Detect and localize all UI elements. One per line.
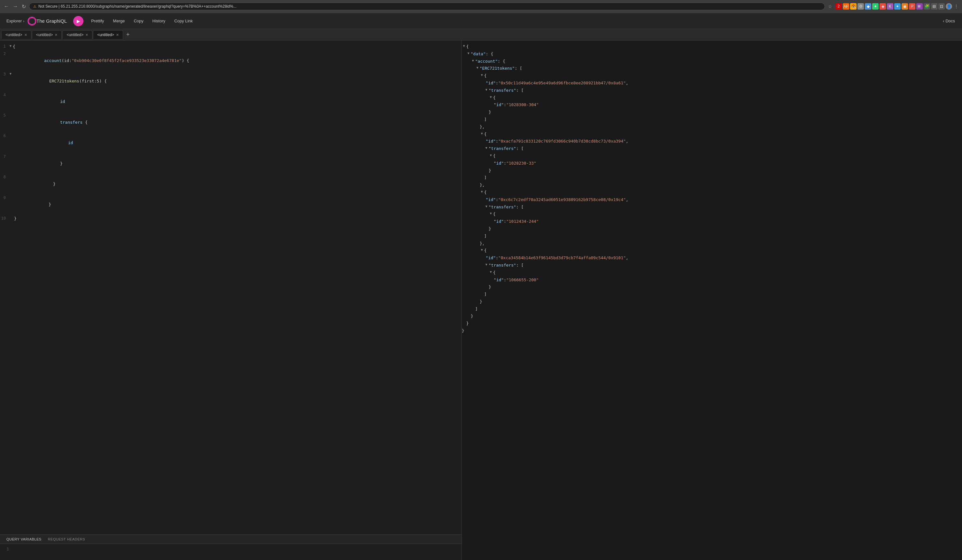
extension-icon-10[interactable]: ◉ — [902, 3, 908, 10]
extension-icon-3[interactable]: 🐯 — [850, 3, 857, 10]
forward-button[interactable]: → — [11, 3, 19, 10]
back-button[interactable]: ← — [3, 3, 10, 10]
merge-button[interactable]: Merge — [109, 16, 129, 26]
json-brace-5: { — [484, 73, 487, 79]
collapse-triangle-3[interactable]: ▼ — [10, 71, 11, 76]
main-content: 1 ▼ { 2 account(id:"0xb904c30e0f8f45f2fa… — [0, 40, 962, 560]
json-line-29: ▼ { — [462, 247, 962, 255]
code-line-4: 4 id — [0, 92, 462, 112]
svg-point-0 — [28, 17, 36, 25]
extension-icon-13[interactable]: 🧩 — [924, 3, 930, 10]
app-title: The GraphiQL — [36, 18, 67, 24]
json-line-31: ▼ "transfers" : [ — [462, 262, 962, 269]
code-line-6: 6 id — [0, 132, 462, 153]
request-headers-tab[interactable]: REQUEST HEADERS — [45, 535, 89, 544]
add-tab-button[interactable]: + — [124, 30, 132, 39]
json-brace-36: } — [480, 299, 482, 305]
json-val-tid3: "1012434-244" — [506, 218, 539, 225]
json-val-id2: "0xacfa791c833120c769fd3066c940b7d30cd8b… — [498, 138, 626, 145]
collapse-16[interactable]: ▼ — [489, 153, 493, 158]
extension-icon-menu[interactable]: ⊟ — [931, 3, 938, 10]
tab-4-close[interactable]: ✕ — [116, 33, 119, 37]
tab-1-close[interactable]: ✕ — [24, 33, 27, 37]
bookmark-button[interactable]: ☆ — [827, 3, 833, 10]
json-key-tid2: "id" — [494, 160, 504, 167]
tab-1[interactable]: <untitled> ✕ — [1, 31, 31, 39]
json-brace-16: { — [493, 153, 496, 160]
collapse-8[interactable]: ▼ — [489, 95, 493, 100]
collapse-31[interactable]: ▼ — [484, 262, 489, 267]
tab-3-label: <untitled> — [66, 32, 84, 37]
svg-point-6 — [28, 22, 29, 23]
tab-3-close[interactable]: ✕ — [86, 33, 88, 37]
collapse-15[interactable]: ▼ — [484, 145, 489, 150]
history-button[interactable]: History — [148, 16, 170, 26]
line-content-4: id — [14, 92, 65, 112]
tabs-bar: <untitled> ✕ <untitled> ✕ <untitled> ✕ <… — [0, 29, 962, 40]
chrome-menu-icon[interactable]: ⋮ — [953, 3, 959, 10]
results-panel[interactable]: ▼ { ▼ "data" : { ▼ "account" : { ▼ "ER — [462, 40, 962, 560]
extension-icon-8[interactable]: K — [887, 3, 893, 10]
collapse-triangle-1[interactable]: ▼ — [10, 44, 11, 48]
collapse-13[interactable]: ▼ — [480, 131, 484, 136]
json-brace-12: }, — [480, 124, 485, 131]
extension-icon-9[interactable]: ✦ — [894, 3, 901, 10]
profile-avatar[interactable]: 👤 — [946, 3, 952, 10]
json-line-23: ▼ "transfers" : [ — [462, 203, 962, 211]
run-button[interactable]: ▶ — [73, 16, 84, 26]
collapse-2[interactable]: ▼ — [466, 51, 471, 56]
json-brace-32: { — [493, 270, 496, 276]
copy-button[interactable]: Copy — [129, 16, 148, 26]
query-variables-tab[interactable]: QUERY VARIABLES — [3, 535, 45, 544]
extension-icon-1[interactable]: 2 — [835, 3, 842, 10]
collapse-24[interactable]: ▼ — [489, 211, 493, 216]
collapse-7[interactable]: ▼ — [484, 87, 489, 92]
prettify-button[interactable]: Prettify — [87, 16, 108, 26]
json-line-9: "id" : "1028300-304" — [462, 101, 962, 109]
extension-icon-6[interactable]: ✦ — [872, 3, 878, 10]
extension-icon-11[interactable]: P — [909, 3, 915, 10]
reload-button[interactable]: ↻ — [21, 3, 27, 10]
collapse-5[interactable]: ▼ — [480, 73, 484, 77]
json-colon-6: : — [496, 80, 498, 87]
editor-area[interactable]: 1 ▼ { 2 account(id:"0xb904c30e0f8f45f2fa… — [0, 40, 462, 534]
extension-icon-2[interactable]: AP — [843, 3, 849, 10]
json-line-12: }, — [462, 123, 962, 131]
security-icon: ⚠ — [33, 5, 36, 9]
line-num-1: 1 — [0, 44, 10, 50]
json-line-25: "id" : "1012434-244" — [462, 218, 962, 225]
address-bar[interactable]: ⚠ Not Secure | 65.21.255.216:8000/subgra… — [29, 3, 825, 10]
tab-3[interactable]: <untitled> ✕ — [62, 31, 92, 39]
json-line-1: ▼ { — [462, 43, 962, 50]
json-line-15: ▼ "transfers" : [ — [462, 145, 962, 152]
collapse-1[interactable]: ▼ — [462, 44, 466, 48]
json-line-33: "id" : "1066655-200" — [462, 276, 962, 284]
extension-icon-5[interactable]: ◆ — [865, 3, 871, 10]
extension-icon-4[interactable]: ⚙ — [857, 3, 864, 10]
nav-buttons: ← → ↻ — [3, 3, 27, 10]
collapse-29[interactable]: ▼ — [480, 247, 484, 252]
code-line-8: 8 } — [0, 174, 462, 194]
extension-icon-7[interactable]: ◈ — [880, 3, 886, 10]
explorer-button[interactable]: Explorer › — [3, 17, 27, 25]
json-colon-25: : — [504, 218, 506, 225]
extension-icon-12[interactable]: ⛨ — [916, 3, 923, 10]
bottom-content-area[interactable]: 1 — [0, 544, 462, 560]
collapse-4[interactable]: ▼ — [475, 65, 480, 70]
docs-button[interactable]: ‹ Docs — [939, 16, 959, 26]
json-val-tid4: "1066655-200" — [506, 277, 539, 284]
svg-point-5 — [31, 24, 32, 25]
tab-4-label: <untitled> — [97, 32, 114, 37]
extension-icon-14[interactable]: ⊡ — [938, 3, 945, 10]
line-num-9: 9 — [0, 195, 10, 201]
tab-4[interactable]: <untitled> ✕ — [93, 31, 123, 39]
collapse-32[interactable]: ▼ — [489, 270, 493, 274]
json-line-34: } — [462, 284, 962, 291]
collapse-21[interactable]: ▼ — [480, 189, 484, 194]
collapse-3[interactable]: ▼ — [471, 58, 475, 63]
json-key-transfers2: "transfers" — [489, 145, 516, 152]
tab-2[interactable]: <untitled> ✕ — [32, 31, 62, 39]
tab-2-close[interactable]: ✕ — [55, 33, 58, 37]
copy-link-button[interactable]: Copy Link — [170, 16, 197, 26]
collapse-23[interactable]: ▼ — [484, 204, 489, 209]
